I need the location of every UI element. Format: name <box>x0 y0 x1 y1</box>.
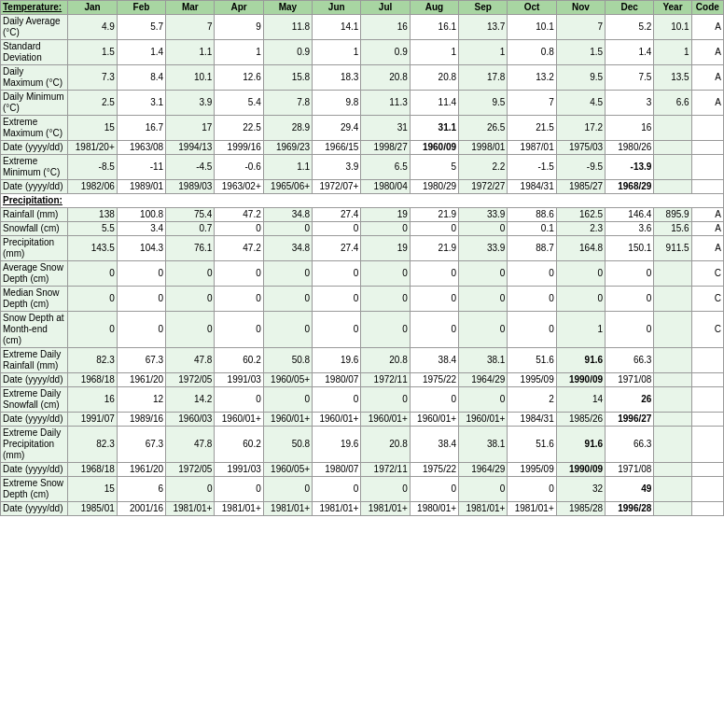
data-cell: 6.6 <box>654 91 691 116</box>
data-cell: 28.9 <box>263 116 312 141</box>
data-cell: 1995/09 <box>508 463 556 477</box>
data-cell: 911.5 <box>654 236 691 261</box>
row-label: Precipitation (mm) <box>1 236 68 261</box>
data-cell: 0 <box>459 477 508 502</box>
data-cell <box>654 477 691 502</box>
data-cell: 29.4 <box>313 116 361 141</box>
data-cell: 1975/22 <box>410 373 458 387</box>
sep-header: Sep <box>459 1 508 15</box>
row-label: Snow Depth at Month-end (cm) <box>1 312 68 348</box>
data-cell: 1985/26 <box>556 413 605 427</box>
data-cell: 5 <box>410 155 458 180</box>
data-cell: 33.9 <box>459 208 508 222</box>
data-cell: 88.6 <box>508 208 556 222</box>
data-cell: 0 <box>215 477 263 502</box>
data-cell: 21.9 <box>410 236 458 261</box>
data-cell: 1 <box>313 40 361 65</box>
data-cell: 1981/01+ <box>361 502 410 516</box>
table-row: Extreme Daily Rainfall (mm)82.367.347.86… <box>1 348 724 373</box>
data-cell: 0 <box>410 287 458 312</box>
data-cell: 1998/27 <box>361 141 410 155</box>
data-cell: 26 <box>606 387 654 413</box>
data-cell <box>654 312 691 348</box>
row-label: Extreme Daily Snowfall (cm) <box>1 387 68 413</box>
table-row: Extreme Daily Snowfall (cm)161214.200000… <box>1 387 724 413</box>
data-cell: 1981/01+ <box>215 502 263 516</box>
row-label: Date (yyyy/dd) <box>1 463 68 477</box>
data-cell: 0.9 <box>263 40 312 65</box>
data-cell: 2.5 <box>68 91 117 116</box>
data-cell <box>654 287 691 312</box>
data-cell: 0.8 <box>508 40 556 65</box>
data-cell: 1985/28 <box>556 502 605 516</box>
data-cell: 1980/26 <box>606 141 654 155</box>
data-cell: 51.6 <box>508 348 556 373</box>
data-cell: 67.3 <box>117 427 165 463</box>
jan-header: Jan <box>68 1 117 15</box>
data-cell: 7 <box>556 15 605 40</box>
data-cell: 60.2 <box>215 348 263 373</box>
data-cell: 1.1 <box>166 40 215 65</box>
data-cell: 10.1 <box>166 65 215 91</box>
data-cell: 0 <box>606 287 654 312</box>
aug-header: Aug <box>410 1 458 15</box>
data-cell: 16.7 <box>117 116 165 141</box>
data-cell: -11 <box>117 155 165 180</box>
row-label: Extreme Snow Depth (cm) <box>1 477 68 502</box>
data-cell: 0 <box>606 312 654 348</box>
data-cell: 12.6 <box>215 65 263 91</box>
data-cell: 7.3 <box>68 65 117 91</box>
data-cell: 1987/01 <box>508 141 556 155</box>
data-cell: 15 <box>68 477 117 502</box>
data-cell: 1.5 <box>556 40 605 65</box>
data-cell: 3.1 <box>117 91 165 116</box>
data-cell: 100.8 <box>117 208 165 222</box>
data-cell: 38.4 <box>410 348 458 373</box>
data-cell <box>654 387 691 413</box>
data-cell: 1984/31 <box>508 413 556 427</box>
row-label: Daily Minimum (°C) <box>1 91 68 116</box>
data-cell: 0 <box>410 477 458 502</box>
data-cell: 1989/03 <box>166 180 215 194</box>
data-cell <box>691 373 723 387</box>
data-cell: 7.8 <box>263 91 312 116</box>
data-cell: 1966/15 <box>313 141 361 155</box>
data-cell: 0 <box>361 477 410 502</box>
data-cell: 1964/29 <box>459 373 508 387</box>
data-cell: 1996/28 <box>606 502 654 516</box>
data-cell: 31 <box>361 116 410 141</box>
data-cell: 14 <box>556 387 605 413</box>
data-cell: 0 <box>215 287 263 312</box>
data-cell: 150.1 <box>606 236 654 261</box>
data-cell: 6.5 <box>361 155 410 180</box>
data-cell: 0 <box>263 287 312 312</box>
data-cell: 47.8 <box>166 348 215 373</box>
data-cell: 38.1 <box>459 348 508 373</box>
data-cell: 0 <box>215 312 263 348</box>
data-cell: 1972/27 <box>459 180 508 194</box>
row-label: Extreme Maximum (°C) <box>1 116 68 141</box>
data-cell: 16.1 <box>410 15 458 40</box>
data-cell: 0 <box>263 261 312 287</box>
data-cell: 1960/01+ <box>459 413 508 427</box>
data-cell: 50.8 <box>263 427 312 463</box>
data-cell: 1960/01+ <box>410 413 458 427</box>
data-cell: 138 <box>68 208 117 222</box>
data-cell <box>691 116 723 141</box>
data-cell: -4.5 <box>166 155 215 180</box>
data-cell: 67.3 <box>117 348 165 373</box>
data-cell: 1971/08 <box>606 373 654 387</box>
row-label: Extreme Daily Precipitation (mm) <box>1 427 68 463</box>
table-row: Standard Deviation1.51.41.110.910.9110.8… <box>1 40 724 65</box>
data-cell: 1960/01+ <box>361 413 410 427</box>
data-cell: 82.3 <box>68 427 117 463</box>
data-cell: 50.8 <box>263 348 312 373</box>
data-cell: A <box>691 236 723 261</box>
table-row: Date (yyyy/dd)1982/061989/011989/031963/… <box>1 180 724 194</box>
data-cell <box>691 387 723 413</box>
data-cell: 3.9 <box>313 155 361 180</box>
data-cell: 0 <box>508 477 556 502</box>
row-label: Daily Maximum (°C) <box>1 65 68 91</box>
data-cell: 0 <box>361 261 410 287</box>
table-row: Extreme Maximum (°C)1516.71722.528.929.4… <box>1 116 724 141</box>
